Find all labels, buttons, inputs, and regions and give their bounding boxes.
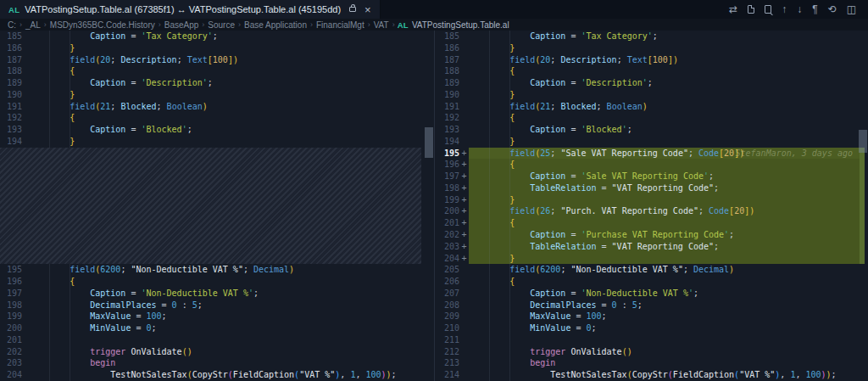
line-number[interactable]: 206 [435,276,459,288]
code-line[interactable]: 188 { [435,65,868,77]
code-line[interactable]: 193 Caption = 'Blocked'; [0,124,434,136]
code-line[interactable]: 187 field(20; Description; Text[100]) [435,54,868,66]
line-number[interactable]: 186 [0,42,22,54]
line-number[interactable]: 198 [0,300,22,311]
line-number[interactable]: 205 [435,264,459,276]
code-line[interactable]: 203 begin [0,357,434,369]
line-number[interactable]: 185 [0,31,22,42]
line-number[interactable]: 186 [435,42,459,54]
line-number[interactable]: 193 [0,124,22,136]
code-line[interactable]: 185 Caption = 'Tax Category'; [0,31,434,42]
line-number[interactable]: 203 [435,241,459,253]
code-line[interactable]: 201 [0,334,434,346]
close-tab-icon[interactable]: × [364,4,371,15]
line-number[interactable]: 209 [435,311,459,322]
code-line[interactable]: 190 } [435,89,868,101]
line-number[interactable]: 188 [435,65,459,77]
code-line[interactable]: 194 } [0,136,434,148]
line-number[interactable]: 210 [435,322,459,334]
line-number[interactable]: 187 [0,54,22,66]
line-number[interactable]: 191 [0,101,22,113]
code-line[interactable]: 206 { [435,276,868,288]
apply-changes-icon[interactable] [765,5,771,14]
code-line[interactable]: 199 MaxValue = 100; [0,311,434,322]
line-number[interactable]: 203 [0,357,22,369]
line-number[interactable]: 199 [0,311,22,322]
breadcrumb-item-file[interactable]: ALVATPostingSetup.Table.al [398,20,509,30]
code-line[interactable]: 202+ Caption = 'Purchase VAT Reporting C… [435,229,868,241]
code-line[interactable]: 195+ field(25; "Sale VAT Reporting Code"… [435,148,868,160]
code-line[interactable]: 192 { [435,112,868,124]
code-line[interactable]: 195 field(6200; "Non-Deductible VAT %"; … [0,264,434,276]
copy-file-icon[interactable] [748,5,754,14]
breadcrumb-item[interactable]: Source [207,20,236,30]
line-number[interactable]: 200 [0,322,22,334]
line-number[interactable]: 185 [435,31,459,42]
code-line[interactable]: 188 { [0,65,434,77]
code-line[interactable]: 200+ field(26; "Purch. VAT Reporting Cod… [435,205,868,217]
line-number[interactable]: 190 [435,89,459,101]
code-line[interactable]: 203+ TableRelation = "VAT Reporting Code… [435,241,868,253]
code-line[interactable]: 186 } [0,42,434,54]
code-line[interactable]: 191 field(21; Blocked; Boolean) [0,101,434,113]
line-number[interactable]: 214 [435,369,459,381]
code-line[interactable]: 185 Caption = 'Tax Category'; [435,31,868,42]
line-number[interactable]: 193 [435,124,459,136]
line-number[interactable]: 202 [0,346,22,358]
line-number[interactable]: 201 [0,334,22,346]
line-number[interactable]: 189 [0,77,22,89]
code-line[interactable]: 192 { [0,112,434,124]
code-line[interactable]: 197+ Caption = 'Sale VAT Reporting Code'… [435,171,868,182]
line-number[interactable]: 194 [0,136,22,148]
breadcrumb-item[interactable]: MSDyn365BC.Code.History [49,20,156,30]
code-line[interactable]: 190 } [0,89,434,101]
code-line[interactable]: 189 Caption = 'Description'; [435,77,868,89]
code-line[interactable]: 207 Caption = 'Non-Deductible VAT %'; [435,288,868,300]
code-line[interactable]: 194 } [435,136,868,148]
line-number[interactable]: 194 [435,136,459,148]
line-number[interactable]: 208 [435,300,459,311]
code-line[interactable]: 189 Caption = 'Description'; [0,77,434,89]
code-line[interactable]: 202 trigger OnValidate() [0,346,434,358]
breadcrumb-item[interactable]: FinancialMgt [315,20,365,30]
code-line[interactable]: 212 trigger OnValidate() [435,346,868,358]
line-number[interactable]: 195 [435,148,459,160]
code-line[interactable]: 204+ } [435,253,868,265]
code-line[interactable]: 200 MinValue = 0; [0,322,434,334]
breadcrumb-item[interactable]: VAT [373,20,390,30]
code-line[interactable]: 191 field(21; Blocked; Boolean) [435,101,868,113]
line-number[interactable]: 196 [435,159,459,171]
tab-diff-vatpostingsetup[interactable]: AL VATPostingSetup.Table.al (67385f1) ↔ … [0,0,381,19]
code-line[interactable]: 196+ { [435,159,868,171]
code-line[interactable]: 198+ TableRelation = "VAT Reporting Code… [435,182,868,194]
modified-scrollbar[interactable] [859,130,867,153]
line-number[interactable]: 204 [0,369,22,381]
line-number[interactable]: 195 [0,264,22,276]
line-number[interactable]: 188 [0,65,22,77]
swap-sides-icon[interactable]: ⇄ [729,4,737,14]
code-line[interactable]: 211 [435,334,868,346]
line-number[interactable]: 197 [0,288,22,300]
line-number[interactable]: 192 [435,112,459,124]
breadcrumb-item[interactable]: BaseApp [164,20,200,30]
line-number[interactable]: 198 [435,182,459,194]
line-number[interactable]: 191 [435,101,459,113]
code-line[interactable]: 213 begin [435,357,868,369]
code-line[interactable]: 201+ { [435,217,868,229]
toggle-inline-view-icon[interactable]: ◫ [847,4,856,14]
code-line[interactable]: 208 DecimalPlaces = 0 : 5; [435,300,868,311]
line-number[interactable]: 207 [435,288,459,300]
line-number[interactable]: 211 [435,334,459,346]
code-line[interactable]: 205 field(6200; "Non-Deductible VAT %"; … [435,264,868,276]
code-line[interactable]: 210 MinValue = 0; [435,322,868,334]
line-number[interactable]: 192 [0,112,22,124]
code-line[interactable]: 214 TestNotSalesTax(CopyStr(FieldCaption… [435,369,868,381]
code-line[interactable]: 209 MaxValue = 100; [435,311,868,322]
whitespace-icon[interactable]: ¶ [812,4,817,14]
code-line[interactable]: 198 DecimalPlaces = 0 : 5; [0,300,434,311]
line-number[interactable]: 197 [435,171,459,182]
code-line[interactable]: 186 } [435,42,868,54]
code-line[interactable]: 199+ } [435,194,868,206]
line-number[interactable]: 200 [435,205,459,217]
line-number[interactable]: 213 [435,357,459,369]
